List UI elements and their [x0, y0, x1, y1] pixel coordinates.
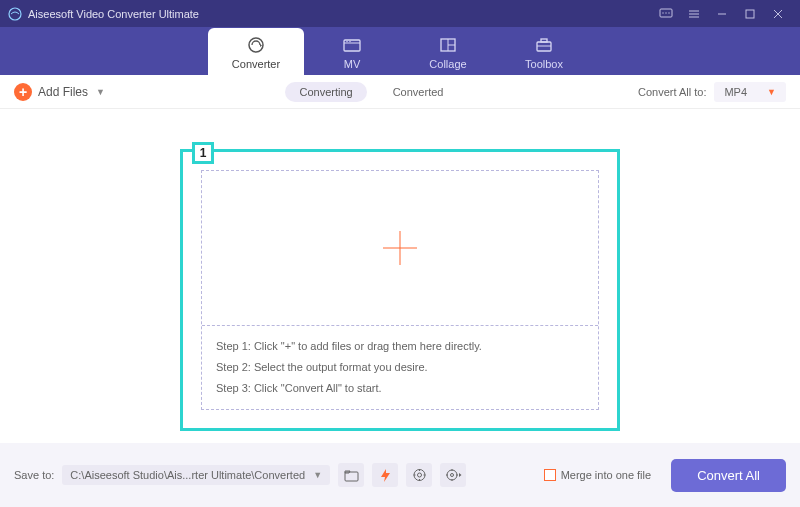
save-path-select[interactable]: C:\Aiseesoft Studio\Ais...rter Ultimate\… — [62, 465, 330, 485]
svg-marker-38 — [459, 473, 462, 477]
app-logo-icon — [8, 7, 22, 21]
checkbox-icon — [544, 469, 556, 481]
svg-point-27 — [417, 473, 421, 477]
svg-point-17 — [349, 40, 350, 41]
feedback-icon[interactable] — [652, 0, 680, 27]
save-to-label: Save to: — [14, 469, 54, 481]
instructions: Step 1: Click "+" to add files or drag t… — [202, 326, 598, 409]
mv-icon — [341, 34, 363, 56]
step-text: Step 2: Select the output format you des… — [216, 357, 584, 378]
format-value: MP4 — [724, 86, 747, 98]
svg-point-0 — [9, 8, 21, 20]
convert-all-button[interactable]: Convert All — [671, 459, 786, 492]
drop-zone[interactable]: Step 1: Click "+" to add files or drag t… — [201, 170, 599, 410]
titlebar: Aiseesoft Video Converter Ultimate — [0, 0, 800, 27]
segment-converting[interactable]: Converting — [285, 82, 366, 102]
svg-point-32 — [447, 470, 457, 480]
tab-label: Converter — [232, 58, 280, 70]
chevron-down-icon: ▼ — [313, 470, 322, 480]
gpu-accel-button[interactable] — [372, 463, 398, 487]
open-folder-button[interactable] — [338, 463, 364, 487]
svg-point-4 — [668, 12, 669, 13]
chevron-down-icon: ▼ — [767, 87, 776, 97]
tab-collage[interactable]: Collage — [400, 28, 496, 75]
workspace: 1 Step 1: Click "+" to add files or drag… — [0, 109, 800, 443]
collage-icon — [437, 34, 459, 56]
merge-label: Merge into one file — [561, 469, 652, 481]
add-files-button[interactable]: + Add Files ▼ — [14, 83, 105, 101]
settings-button[interactable] — [440, 463, 466, 487]
save-path-value: C:\Aiseesoft Studio\Ais...rter Ultimate\… — [70, 469, 305, 481]
toolbar: + Add Files ▼ Converting Converted Conve… — [0, 75, 800, 109]
plus-icon: + — [14, 83, 32, 101]
svg-marker-13 — [260, 44, 262, 47]
add-files-label: Add Files — [38, 85, 88, 99]
footer: Save to: C:\Aiseesoft Studio\Ais...rter … — [0, 443, 800, 507]
chevron-down-icon: ▼ — [96, 87, 105, 97]
tab-bar: Converter MV Collage Toolbox — [0, 27, 800, 75]
maximize-icon[interactable] — [736, 0, 764, 27]
tab-label: Toolbox — [525, 58, 563, 70]
toolbox-icon — [533, 34, 555, 56]
tab-converter[interactable]: Converter — [208, 28, 304, 75]
svg-point-33 — [450, 474, 453, 477]
minimize-icon[interactable] — [708, 0, 736, 27]
step-text: Step 1: Click "+" to add files or drag t… — [216, 336, 584, 357]
converter-icon — [245, 34, 267, 56]
tab-label: MV — [344, 58, 361, 70]
svg-point-16 — [346, 40, 347, 41]
close-icon[interactable] — [764, 0, 792, 27]
tab-toolbox[interactable]: Toolbox — [496, 28, 592, 75]
convert-all-to-label: Convert All to: — [638, 86, 706, 98]
svg-point-2 — [662, 12, 663, 13]
svg-rect-9 — [746, 10, 754, 18]
callout-marker: 1 — [192, 142, 214, 164]
highlight-frame: Step 1: Click "+" to add files or drag t… — [180, 149, 620, 431]
step-text: Step 3: Click "Convert All" to start. — [216, 378, 584, 399]
svg-point-26 — [414, 470, 425, 481]
tab-mv[interactable]: MV — [304, 28, 400, 75]
drop-area[interactable] — [202, 171, 598, 326]
svg-point-3 — [665, 12, 666, 13]
app-title: Aiseesoft Video Converter Ultimate — [28, 8, 199, 20]
svg-rect-22 — [541, 39, 547, 42]
menu-icon[interactable] — [680, 0, 708, 27]
segment-converted[interactable]: Converted — [379, 82, 458, 102]
tab-label: Collage — [429, 58, 466, 70]
merge-checkbox[interactable]: Merge into one file — [544, 469, 652, 481]
high-speed-button[interactable] — [406, 463, 432, 487]
format-select[interactable]: MP4 ▼ — [714, 82, 786, 102]
svg-marker-25 — [381, 469, 390, 482]
add-plus-icon — [383, 231, 417, 265]
